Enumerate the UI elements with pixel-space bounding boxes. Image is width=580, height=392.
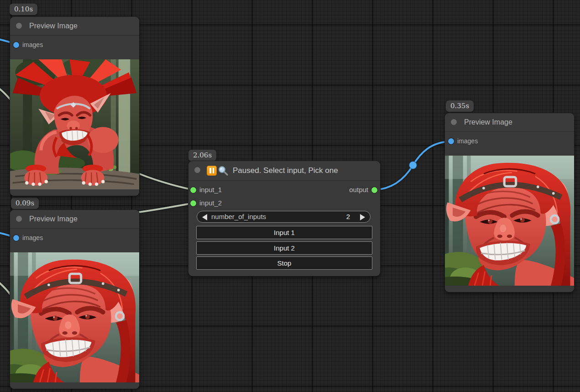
node-header[interactable]: Preview Image bbox=[10, 210, 139, 229]
input-slot-label: images bbox=[22, 234, 43, 241]
increment-arrow-icon[interactable] bbox=[360, 214, 365, 220]
node-header[interactable]: Preview Image bbox=[10, 17, 139, 36]
widget-value[interactable]: 2 bbox=[346, 211, 350, 222]
node-title: Preview Image bbox=[464, 113, 512, 131]
node-status-dot[interactable] bbox=[451, 119, 457, 125]
input-slot-input_1[interactable] bbox=[190, 187, 196, 193]
node-header[interactable]: Preview Image bbox=[445, 113, 574, 132]
pause-icon bbox=[207, 166, 217, 176]
node-status-dot[interactable] bbox=[194, 167, 200, 173]
node-status-dot[interactable] bbox=[16, 23, 22, 29]
widget-label: number_of_inputs bbox=[211, 211, 266, 222]
input-slot-label: input_2 bbox=[199, 199, 222, 207]
node-preview-image-2[interactable]: Preview Image images bbox=[10, 210, 139, 389]
node-footer bbox=[10, 189, 139, 196]
node-preview-image-3[interactable]: Preview Image images bbox=[445, 113, 574, 292]
execution-time-badge: 0.09s bbox=[11, 198, 39, 209]
input-2-button[interactable]: Input 2 bbox=[196, 241, 372, 255]
node-status-dot[interactable] bbox=[16, 216, 22, 222]
input-slot-label: images bbox=[457, 137, 478, 145]
node-pick-one[interactable]: Paused. Select input, Pick one input_1 i… bbox=[188, 161, 380, 276]
input-slot-images[interactable] bbox=[13, 42, 19, 48]
node-title: Preview Image bbox=[29, 210, 78, 228]
node-header[interactable]: Paused. Select input, Pick one bbox=[188, 161, 380, 181]
node-title: Paused. Select input, Pick one bbox=[233, 161, 338, 180]
node-title: Preview Image bbox=[29, 17, 78, 35]
input-1-button[interactable]: Input 1 bbox=[196, 226, 372, 239]
input-slot-input_2[interactable] bbox=[190, 200, 196, 206]
node-footer bbox=[10, 382, 139, 389]
node-graph-canvas[interactable]: 0.10s 0.09s 2.06s 0.35s Preview Image im… bbox=[0, 0, 580, 392]
node-footer bbox=[445, 286, 574, 292]
output-slot-output[interactable] bbox=[371, 187, 377, 193]
input-slot-images[interactable] bbox=[448, 138, 454, 144]
magnifier-icon bbox=[218, 165, 229, 176]
input-slot-images[interactable] bbox=[13, 235, 19, 241]
output-slot-label: output bbox=[349, 186, 368, 193]
number-of-inputs-widget[interactable]: number_of_inputs 2 bbox=[197, 211, 371, 223]
input-slot-label: images bbox=[22, 41, 43, 48]
link-midpoint-dot[interactable] bbox=[409, 162, 417, 169]
execution-time-badge: 0.10s bbox=[10, 4, 37, 15]
execution-time-badge: 2.06s bbox=[188, 150, 216, 161]
stop-button[interactable]: Stop bbox=[196, 256, 372, 270]
decrement-arrow-icon[interactable] bbox=[202, 214, 207, 220]
node-preview-image-1[interactable]: Preview Image images bbox=[10, 17, 139, 196]
preview-image[interactable] bbox=[10, 59, 139, 189]
input-slot-label: input_1 bbox=[199, 186, 222, 193]
preview-image[interactable] bbox=[10, 252, 139, 382]
preview-image[interactable] bbox=[445, 156, 574, 286]
execution-time-badge: 0.35s bbox=[446, 100, 474, 112]
